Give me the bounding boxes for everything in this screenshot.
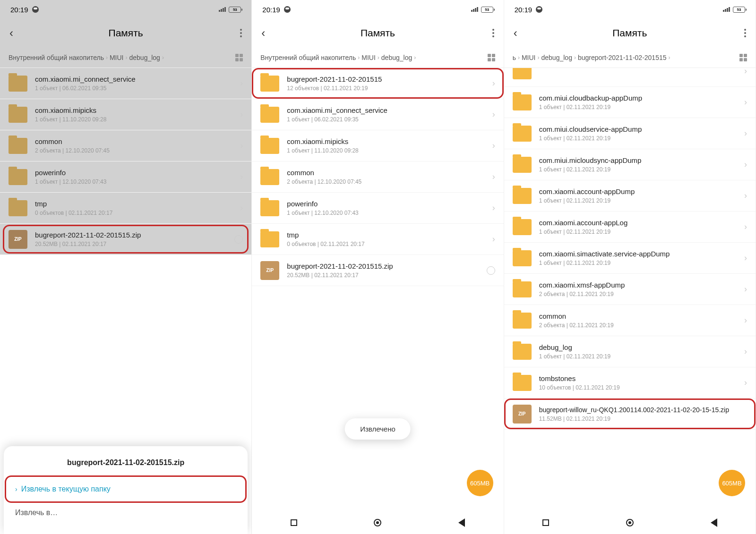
breadcrumb-item[interactable]: MIUI xyxy=(110,54,124,61)
extract-to-option[interactable]: Извлечь в… xyxy=(4,501,248,525)
breadcrumb[interactable]: Внутренний общий накопитель› MIUI› debug… xyxy=(0,47,251,68)
file-name: bugreport-2021-11-02-201515.zip xyxy=(35,231,234,239)
breadcrumb-item[interactable]: MIUI xyxy=(522,54,536,61)
title-bar: ‹ Память xyxy=(252,19,503,47)
recent-apps-button[interactable] xyxy=(542,519,549,526)
folder-icon xyxy=(513,250,532,266)
file-meta: 20.52MB | 02.11.2021 20:17 xyxy=(287,272,486,279)
folder-item[interactable]: com.miui.micloudsync-appDump1 объект | 0… xyxy=(504,149,756,180)
folder-name: debug_log xyxy=(539,343,744,351)
folder-icon xyxy=(513,344,532,360)
folder-item[interactable]: › xyxy=(504,68,756,87)
folder-item[interactable]: com.miui.cloudservice-appDump1 объект | … xyxy=(504,118,756,149)
breadcrumb-item[interactable]: debug_log xyxy=(381,54,412,61)
breadcrumb-item[interactable]: Внутренний общий накопитель xyxy=(260,54,356,61)
zip-item[interactable]: ZIP bugreport-willow_ru-QKQ1.200114.002-… xyxy=(504,398,756,430)
breadcrumb-item[interactable]: MIUI xyxy=(361,54,376,61)
folder-name: com.miui.micloudsync-appDump xyxy=(539,156,744,164)
folder-meta: 1 объект | 12.10.2020 07:43 xyxy=(287,210,492,216)
zip-item[interactable]: ZIP bugreport-2021-11-02-201515.zip20.52… xyxy=(0,224,251,255)
folder-name: tombstones xyxy=(539,374,744,382)
folder-icon xyxy=(513,94,532,110)
chevron-right-icon: › xyxy=(240,172,243,182)
file-name: bugreport-2021-11-02-201515.zip xyxy=(287,262,486,270)
battery-icon: 53 xyxy=(733,7,745,13)
select-radio[interactable] xyxy=(487,266,495,275)
chevron-right-icon: › xyxy=(744,191,747,201)
more-button[interactable] xyxy=(240,29,242,37)
folder-name: powerinfo xyxy=(287,200,492,208)
chevron-right-icon: › xyxy=(744,284,747,294)
folder-item[interactable]: com.xiaomi.mipicks1 объект | 11.10.2020 … xyxy=(252,130,503,161)
zip-icon: ZIP xyxy=(513,405,532,424)
folder-item[interactable]: com.miui.cloudbackup-appDump1 объект | 0… xyxy=(504,87,756,118)
chevron-right-icon: › xyxy=(492,141,495,151)
breadcrumb[interactable]: Внутренний общий накопитель› MIUI› debug… xyxy=(252,47,503,68)
folder-name: common xyxy=(287,169,492,177)
home-button[interactable] xyxy=(374,519,381,526)
folder-icon xyxy=(513,219,532,235)
chevron-right-icon: › xyxy=(358,54,360,61)
folder-icon xyxy=(513,188,532,204)
page-title: Память xyxy=(252,27,503,39)
folder-meta: 1 объект | 11.10.2020 09:28 xyxy=(287,147,492,154)
back-nav-button[interactable] xyxy=(711,518,717,527)
folder-icon xyxy=(513,375,532,391)
folder-item[interactable]: common2 объекта | 12.10.2020 07:45› xyxy=(0,130,251,161)
folder-item[interactable]: com.xiaomi.mi_connect_service1 объект | … xyxy=(252,99,503,130)
storage-fab[interactable]: 605MB xyxy=(719,470,745,496)
chevron-right-icon: › xyxy=(126,54,128,61)
breadcrumb-item[interactable]: debug_log xyxy=(541,54,572,61)
grid-view-icon[interactable] xyxy=(739,54,747,61)
breadcrumb[interactable]: ь› MIUI› debug_log› bugreport-2021-11-02… xyxy=(504,47,756,68)
folder-item[interactable]: com.xiaomi.account-appDump1 объект | 02.… xyxy=(504,180,756,212)
folder-item[interactable]: common2 объекта | 12.10.2020 07:45› xyxy=(252,161,503,193)
extract-here-option[interactable]: ›Извлечь в текущую папку xyxy=(4,477,248,501)
chevron-right-icon: › xyxy=(492,172,495,182)
folder-item[interactable]: com.xiaomi.xmsf-appDump2 объекта | 02.11… xyxy=(504,274,756,305)
select-radio[interactable] xyxy=(234,235,243,244)
folder-item[interactable]: tmp0 объектов | 02.11.2021 20:17› xyxy=(0,193,251,224)
home-button[interactable] xyxy=(626,519,634,526)
toast: Извлечено xyxy=(345,418,411,440)
chevron-right-icon: › xyxy=(162,54,164,61)
folder-item[interactable]: com.xiaomi.simactivate.service-appDump1 … xyxy=(504,243,756,274)
folder-item[interactable]: bugreport-2021-11-02-20151512 объектов |… xyxy=(252,68,503,99)
folder-meta: 10 объектов | 02.11.2021 20:19 xyxy=(539,384,744,391)
status-bar: 20:19 53 xyxy=(0,0,251,19)
folder-item[interactable]: powerinfo1 объект | 12.10.2020 07:43› xyxy=(252,193,503,224)
chevron-right-icon: › xyxy=(744,97,747,107)
storage-fab[interactable]: 605MB xyxy=(467,470,493,496)
file-name: bugreport-willow_ru-QKQ1.200114.002-2021… xyxy=(539,406,747,414)
folder-item[interactable]: tombstones10 объектов | 02.11.2021 20:19… xyxy=(504,367,756,398)
folder-icon xyxy=(513,68,532,79)
file-meta: 20.52MB | 02.11.2021 20:17 xyxy=(35,241,234,247)
chevron-right-icon: › xyxy=(744,222,747,232)
folder-item[interactable]: com.xiaomi.mipicks1 объект | 11.10.2020 … xyxy=(0,99,251,130)
folder-item[interactable]: com.xiaomi.account-appLog1 объект | 02.1… xyxy=(504,212,756,243)
more-button[interactable] xyxy=(744,29,746,37)
folder-item[interactable]: common2 объекта | 02.11.2021 20:19› xyxy=(504,305,756,336)
folder-item[interactable]: com.xiaomi.mi_connect_service1 объект | … xyxy=(0,68,251,99)
notification-icon xyxy=(284,6,291,13)
breadcrumb-item[interactable]: ь xyxy=(513,54,516,61)
grid-view-icon[interactable] xyxy=(235,54,243,61)
chevron-right-icon: › xyxy=(240,141,243,151)
grid-view-icon[interactable] xyxy=(488,54,495,61)
folder-item[interactable]: powerinfo1 объект | 12.10.2020 07:43› xyxy=(0,161,251,193)
recent-apps-button[interactable] xyxy=(291,519,297,526)
back-nav-button[interactable] xyxy=(458,518,465,527)
more-button[interactable] xyxy=(492,29,494,37)
chevron-right-icon: › xyxy=(240,203,243,213)
folder-meta: 2 объекта | 12.10.2020 07:45 xyxy=(35,147,240,154)
zip-item[interactable]: ZIPbugreport-2021-11-02-201515.zip20.52M… xyxy=(252,255,503,286)
chevron-right-icon: › xyxy=(492,78,495,88)
breadcrumb-item[interactable]: Внутренний общий накопитель xyxy=(9,54,104,61)
breadcrumb-item[interactable]: bugreport-2021-11-02-201515 xyxy=(578,54,667,61)
folder-item[interactable]: tmp0 объектов | 02.11.2021 20:17› xyxy=(252,224,503,255)
folder-icon xyxy=(9,200,27,216)
folder-item[interactable]: debug_log1 объект | 02.11.2021 20:19› xyxy=(504,336,756,367)
folder-icon xyxy=(9,138,27,154)
breadcrumb-item[interactable]: debug_log xyxy=(129,54,160,61)
status-time: 20:19 xyxy=(10,6,28,14)
